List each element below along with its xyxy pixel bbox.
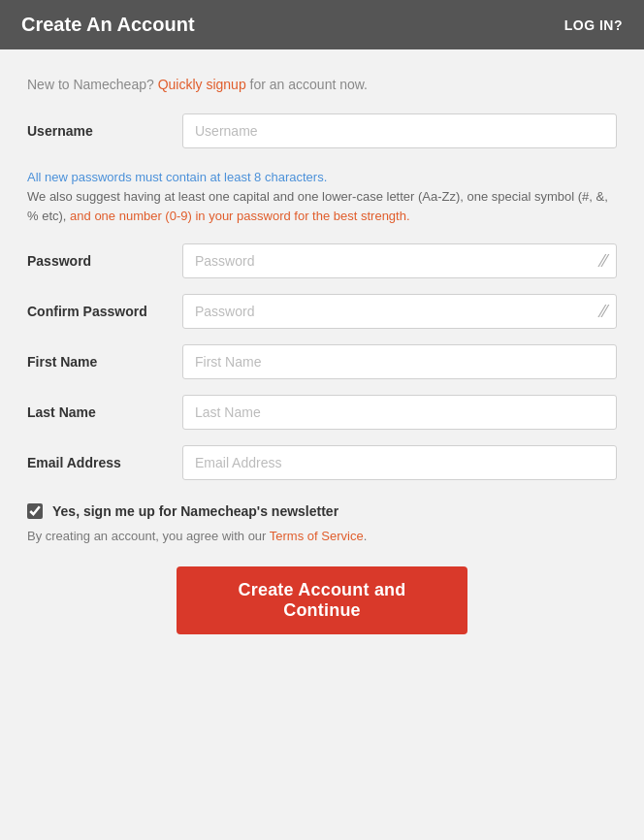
signup-link[interactable]: Quickly signup bbox=[158, 77, 246, 92]
username-input-wrap bbox=[182, 113, 617, 148]
terms-text: By creating an account, you agree with o… bbox=[27, 529, 617, 543]
confirm-password-toggle-icon[interactable]: ‍⁄⁄ bbox=[601, 302, 607, 322]
last-name-input[interactable] bbox=[182, 395, 617, 430]
password-input[interactable] bbox=[182, 243, 617, 278]
first-name-label: First Name bbox=[27, 354, 182, 370]
intro-before: New to Namecheap? bbox=[27, 77, 158, 92]
terms-before: By creating an account, you agree with o… bbox=[27, 529, 270, 543]
page-title: Create An Account bbox=[21, 14, 195, 36]
login-link[interactable]: LOG IN? bbox=[564, 17, 623, 33]
notice-line2-orange: and one number (0-9) in your password fo… bbox=[70, 209, 409, 223]
last-name-label: Last Name bbox=[27, 404, 182, 420]
newsletter-label[interactable]: Yes, sign me up for Namecheap's newslett… bbox=[52, 503, 338, 519]
terms-link[interactable]: Terms of Service bbox=[270, 529, 364, 543]
first-name-row: First Name bbox=[27, 344, 617, 379]
confirm-password-label: Confirm Password bbox=[27, 304, 182, 319]
password-label: Password bbox=[27, 253, 182, 269]
newsletter-checkbox[interactable] bbox=[27, 503, 43, 519]
terms-after: . bbox=[364, 529, 368, 543]
password-notice: All new passwords must contain at least … bbox=[27, 168, 617, 226]
email-input[interactable] bbox=[182, 445, 617, 480]
password-input-wrap: ‍⁄⁄ bbox=[182, 243, 617, 278]
create-account-button[interactable]: Create Account and Continue bbox=[177, 566, 467, 634]
confirm-password-input[interactable] bbox=[182, 294, 617, 329]
notice-line1-before: All new passwords must contain at least bbox=[27, 170, 254, 184]
username-input[interactable] bbox=[182, 113, 617, 148]
last-name-input-wrap bbox=[182, 395, 617, 430]
newsletter-checkbox-row: Yes, sign me up for Namecheap's newslett… bbox=[27, 503, 617, 519]
password-row: Password ‍⁄⁄ bbox=[27, 243, 617, 278]
username-row: Username bbox=[27, 113, 617, 148]
last-name-row: Last Name bbox=[27, 395, 617, 430]
first-name-input-wrap bbox=[182, 344, 617, 379]
confirm-password-input-wrap: ‍⁄⁄ bbox=[182, 294, 617, 329]
intro-text: New to Namecheap? Quickly signup for an … bbox=[27, 77, 617, 92]
email-row: Email Address bbox=[27, 445, 617, 480]
header: Create An Account LOG IN? bbox=[0, 0, 644, 49]
first-name-input[interactable] bbox=[182, 344, 617, 379]
username-label: Username bbox=[27, 123, 182, 139]
notice-line1-after: characters. bbox=[261, 170, 327, 184]
password-toggle-icon[interactable]: ‍⁄⁄ bbox=[601, 251, 607, 272]
email-label: Email Address bbox=[27, 455, 182, 470]
confirm-password-row: Confirm Password ‍⁄⁄ bbox=[27, 294, 617, 329]
submit-wrap: Create Account and Continue bbox=[27, 566, 617, 634]
form-content: New to Namecheap? Quickly signup for an … bbox=[0, 49, 644, 665]
email-input-wrap bbox=[182, 445, 617, 480]
intro-after: for an account now. bbox=[246, 77, 368, 92]
